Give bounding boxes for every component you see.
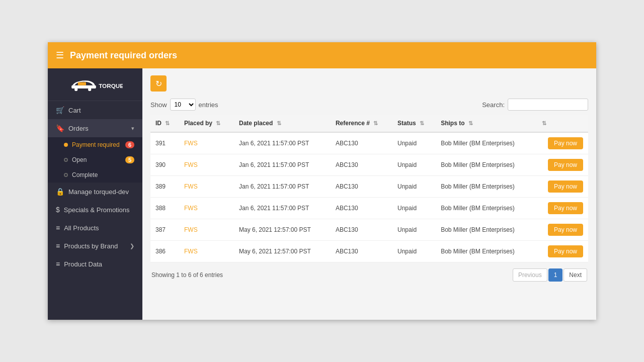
col-header-placed-by: Placed by ⇅	[179, 115, 234, 132]
cell-placed-by: FWS	[179, 132, 234, 154]
table-row: 390 FWS Jan 6, 2021 11:57:00 PST ABC130 …	[150, 154, 588, 176]
product-data-label: Product Data	[64, 260, 134, 268]
all-products-label: All Products	[64, 224, 134, 232]
placed-by-sort-icon[interactable]: ⇅	[216, 120, 220, 126]
pay-now-button[interactable]: Pay now	[548, 137, 583, 149]
table-row: 391 FWS Jan 6, 2021 11:57:00 PST ABC130 …	[150, 132, 588, 154]
sidebar-item-orders[interactable]: 🔖 Orders ▾	[48, 119, 142, 137]
page-1-button[interactable]: 1	[548, 268, 563, 282]
cell-date-placed: May 6, 2021 12:57:00 PST	[234, 219, 331, 241]
pay-now-button[interactable]: Pay now	[548, 159, 583, 171]
products-by-brand-label: Products by Brand	[64, 242, 126, 250]
payment-required-label: Payment required	[72, 141, 121, 148]
manage-label: Manage torqued-dev	[68, 188, 134, 196]
cell-action: Pay now	[535, 198, 588, 219]
placed-by-link[interactable]: FWS	[184, 140, 198, 147]
sidebar: TORQUED 🛒 Cart 🔖 Orders ▾ Payment requir…	[48, 68, 142, 320]
search-area: Search:	[482, 99, 588, 111]
sidebar-item-manage[interactable]: 🔒 Manage torqued-dev	[48, 183, 142, 201]
cell-reference: ABC130	[331, 241, 392, 262]
cell-date-placed: Jan 6, 2021 11:57:00 PST	[234, 198, 331, 219]
cell-date-placed: Jan 6, 2021 11:57:00 PST	[234, 154, 331, 176]
pay-now-button[interactable]: Pay now	[548, 202, 583, 214]
table-body: 391 FWS Jan 6, 2021 11:57:00 PST ABC130 …	[150, 132, 588, 262]
placed-by-link[interactable]: FWS	[184, 183, 198, 190]
cart-icon: 🛒	[56, 106, 64, 114]
show-label: Show	[150, 101, 167, 109]
col-header-action: ⇅	[535, 115, 588, 132]
svg-point-2	[88, 88, 91, 91]
sidebar-item-payment-required[interactable]: Payment required 6	[48, 137, 142, 152]
orders-label: Orders	[68, 125, 127, 132]
products-by-brand-icon: ≡	[56, 242, 60, 250]
cell-status: Unpaid	[392, 154, 436, 176]
logo-svg: TORQUED	[67, 75, 123, 94]
placed-by-link[interactable]: FWS	[184, 205, 198, 212]
orders-icon: 🔖	[56, 124, 64, 132]
refresh-button[interactable]: ↻	[150, 75, 167, 92]
cell-action: Pay now	[535, 132, 588, 154]
orders-submenu: Payment required 6 Open 5 Complete	[48, 137, 142, 183]
cell-reference: ABC130	[331, 219, 392, 241]
table-row: 386 FWS May 6, 2021 12:57:00 PST ABC130 …	[150, 241, 588, 262]
all-products-icon: ≡	[56, 224, 60, 232]
previous-button[interactable]: Previous	[513, 268, 547, 282]
placed-by-link[interactable]: FWS	[184, 226, 198, 233]
placed-by-link[interactable]: FWS	[184, 161, 198, 168]
open-label: Open	[72, 156, 121, 163]
date-placed-sort-icon[interactable]: ⇅	[277, 120, 281, 126]
next-button[interactable]: Next	[564, 268, 587, 282]
sidebar-item-all-products[interactable]: ≡ All Products	[48, 219, 142, 237]
sidebar-item-open[interactable]: Open 5	[48, 152, 142, 167]
cell-placed-by: FWS	[179, 241, 234, 262]
cell-reference: ABC130	[331, 154, 392, 176]
sidebar-item-products-by-brand[interactable]: ≡ Products by Brand ❯	[48, 237, 142, 255]
manage-icon: 🔒	[56, 188, 64, 196]
cell-action: Pay now	[535, 241, 588, 262]
table-row: 389 FWS Jan 6, 2021 11:57:00 PST ABC130 …	[150, 176, 588, 198]
pay-now-button[interactable]: Pay now	[548, 224, 583, 236]
cell-status: Unpaid	[392, 176, 436, 198]
main-layout: TORQUED 🛒 Cart 🔖 Orders ▾ Payment requir…	[48, 68, 596, 320]
payment-required-dot	[64, 143, 68, 147]
menu-icon[interactable]: ☰	[56, 50, 64, 61]
open-dot	[64, 158, 68, 162]
col-header-date-placed: Date placed ⇅	[234, 115, 331, 132]
table-row: 388 FWS Jan 6, 2021 11:57:00 PST ABC130 …	[150, 198, 588, 219]
pay-now-button[interactable]: Pay now	[548, 180, 583, 193]
showing-text: Showing 1 to 6 of 6 entries	[151, 272, 223, 279]
cell-status: Unpaid	[392, 198, 436, 219]
entries-select[interactable]: 10 25 50 100	[170, 99, 196, 111]
refresh-icon: ↻	[155, 79, 162, 88]
cell-reference: ABC130	[331, 132, 392, 154]
entries-label: entries	[199, 101, 218, 109]
cell-placed-by: FWS	[179, 154, 234, 176]
id-sort-icon[interactable]: ⇅	[165, 120, 170, 126]
cell-status: Unpaid	[392, 241, 436, 262]
svg-rect-3	[78, 82, 86, 85]
cell-id: 388	[150, 198, 179, 219]
table-controls: Show 10 25 50 100 entries Search:	[150, 99, 588, 111]
specials-label: Specials & Promotions	[64, 206, 134, 214]
specials-icon: $	[56, 206, 60, 214]
cell-ships-to: Bob Miller (BM Enterprises)	[436, 132, 535, 154]
pagination-area: Showing 1 to 6 of 6 entries Previous 1 N…	[150, 262, 588, 284]
orders-table: ID ⇅ Placed by ⇅ Date placed ⇅ Reference…	[150, 115, 588, 262]
sidebar-item-cart[interactable]: 🛒 Cart	[48, 101, 142, 119]
sidebar-logo: TORQUED	[48, 68, 142, 101]
status-sort-icon[interactable]: ⇅	[420, 120, 424, 126]
sidebar-item-complete[interactable]: Complete	[48, 167, 142, 183]
pay-now-button[interactable]: Pay now	[548, 245, 583, 257]
cart-label: Cart	[68, 107, 134, 114]
search-input[interactable]	[508, 99, 588, 111]
ships-to-sort-icon[interactable]: ⇅	[468, 120, 473, 126]
svg-rect-0	[71, 85, 96, 88]
sidebar-item-product-data[interactable]: ≡ Product Data	[48, 255, 142, 273]
orders-arrow-icon: ▾	[131, 125, 134, 132]
cell-reference: ABC130	[331, 198, 392, 219]
action-sort-icon[interactable]: ⇅	[542, 120, 546, 126]
reference-sort-icon[interactable]: ⇅	[373, 120, 378, 126]
sidebar-item-specials[interactable]: $ Specials & Promotions	[48, 201, 142, 219]
placed-by-link[interactable]: FWS	[184, 248, 198, 255]
cell-id: 386	[150, 241, 179, 262]
